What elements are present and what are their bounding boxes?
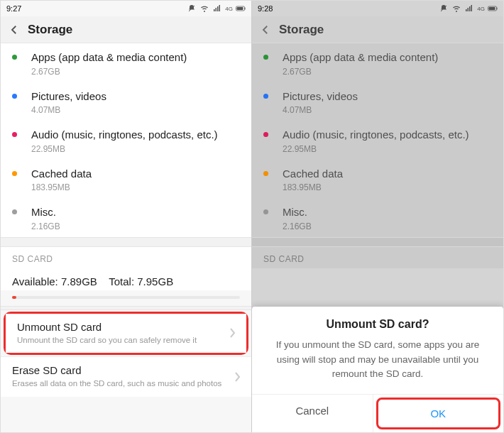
item-title: Pictures, videos — [31, 89, 240, 104]
list-item[interactable]: Apps (app data & media content) 2.67GB — [1, 43, 251, 82]
item-title: Audio (music, ringtones, podcasts, etc.) — [31, 128, 240, 142]
ok-button[interactable]: OK — [378, 400, 499, 427]
highlight-annotation: Unmount SD card Unmount the SD card so y… — [4, 312, 248, 356]
mute-icon — [187, 4, 197, 13]
sd-stats: Available: 7.89GB Total: 7.95GB — [1, 268, 251, 290]
action-title: Unmount SD card — [17, 321, 235, 333]
signal-icon — [212, 4, 222, 13]
battery-icon — [236, 4, 246, 13]
svg-rect-7 — [237, 7, 243, 10]
sd-progress-fill — [12, 296, 16, 299]
action-title: Erase SD card — [12, 364, 240, 376]
category-dot-icon — [12, 209, 17, 214]
category-dot-icon — [12, 94, 17, 99]
section-divider — [1, 306, 251, 310]
svg-rect-2 — [216, 8, 217, 11]
back-icon[interactable] — [8, 23, 21, 36]
status-icons: 4G — [187, 4, 246, 13]
list-item[interactable]: Audio (music, ringtones, podcasts, etc.)… — [1, 121, 251, 160]
chevron-right-icon — [229, 328, 236, 338]
list-item[interactable]: Misc. 2.16GB — [1, 198, 251, 237]
cancel-button[interactable]: Cancel — [252, 395, 373, 432]
highlight-annotation: OK — [376, 398, 501, 429]
status-bar: 9:27 4G — [1, 1, 251, 16]
dialog-buttons: Cancel OK — [252, 394, 503, 432]
svg-rect-1 — [214, 9, 215, 11]
chevron-right-icon — [234, 372, 241, 382]
sd-card-section-header: SD CARD — [1, 247, 251, 268]
list-item[interactable]: Pictures, videos 4.07MB — [1, 82, 251, 121]
page-title: Storage — [28, 23, 72, 37]
dialog-title: Unmount SD card? — [252, 307, 503, 338]
total-value: 7.95GB — [137, 275, 173, 287]
svg-rect-6 — [245, 8, 246, 10]
unmount-sd-button[interactable]: Unmount SD card Unmount the SD card so y… — [6, 314, 246, 353]
item-size: 2.16GB — [31, 221, 240, 231]
erase-sd-button[interactable]: Erase SD card Erases all data on the SD … — [1, 356, 251, 397]
dialog-message: If you unmount the SD card, some apps yo… — [252, 338, 503, 394]
storage-list: Apps (app data & media content) 2.67GB P… — [1, 43, 251, 237]
item-title: Cached data — [31, 167, 240, 181]
section-divider — [1, 237, 251, 247]
svg-rect-4 — [219, 5, 221, 11]
category-dot-icon — [12, 132, 17, 137]
action-sub: Erases all data on the SD card, such as … — [12, 378, 240, 390]
item-size: 22.95MB — [31, 144, 240, 154]
available-label: Available: — [12, 275, 58, 287]
item-size: 2.67GB — [31, 67, 240, 77]
item-size: 4.07MB — [31, 105, 240, 115]
total-label: Total: — [109, 275, 134, 287]
action-sub: Unmount the SD card so you can safely re… — [17, 335, 235, 346]
list-item[interactable]: Cached data 183.95MB — [1, 160, 251, 199]
phone-screen-left: 9:27 4G Storage Apps (app data & media c… — [1, 1, 252, 432]
clock: 9:27 — [6, 4, 21, 13]
phone-screen-right: 9:28 4G Storage Apps (app data & media c… — [252, 1, 503, 432]
unmount-dialog: Unmount SD card? If you unmount the SD c… — [252, 307, 503, 432]
svg-rect-3 — [217, 6, 219, 11]
page-header: Storage — [1, 16, 251, 43]
item-size: 183.95MB — [31, 182, 240, 192]
network-4g-icon: 4G — [225, 6, 233, 12]
category-dot-icon — [12, 55, 17, 60]
category-dot-icon — [12, 171, 17, 176]
item-title: Apps (app data & media content) — [31, 50, 240, 65]
available-value: 7.89GB — [61, 275, 97, 287]
item-title: Misc. — [31, 205, 240, 219]
sd-progress-bar — [12, 296, 240, 299]
wifi-icon — [199, 4, 209, 13]
